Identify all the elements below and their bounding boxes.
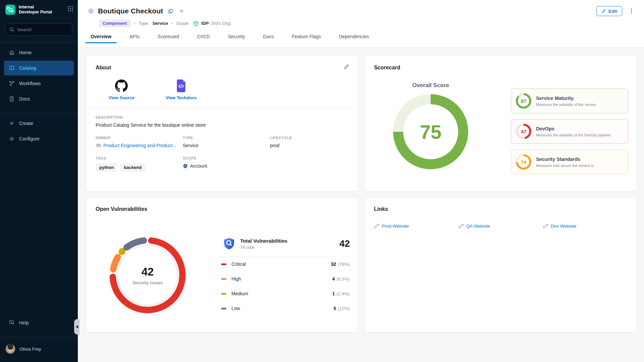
tab-dependencies[interactable]: Dependencies [338, 34, 370, 43]
view-source-link[interactable]: View Source [101, 79, 142, 100]
view-source-label: View Source [108, 95, 134, 100]
score-ring: 87 [516, 93, 531, 109]
type-label: Type : [139, 21, 150, 26]
severity-label: Medium [231, 291, 332, 296]
user-menu[interactable]: Olivia Frey [0, 340, 78, 359]
dot-separator [171, 23, 173, 24]
about-card: About View Source View Techdo [86, 56, 358, 192]
dot-separator [134, 23, 135, 24]
lifecycle-label: LIFECYCLE [270, 136, 348, 140]
severity-count: 4 [332, 276, 335, 282]
scorecard-item-security-standards[interactable]: 74 Security Standards Measures how secur… [511, 149, 628, 174]
link-chain-icon [459, 224, 464, 229]
more-options-icon[interactable] [631, 8, 632, 14]
links-card: Links Prod Website QA Website [364, 197, 637, 333]
sidebar: Internal Developer Portal Search Home Ca… [0, 0, 78, 362]
owner-label: OWNER [96, 136, 183, 140]
tab-security[interactable]: Security [227, 34, 246, 43]
tag-backend[interactable]: backend [120, 163, 145, 172]
medium-dash-icon [221, 293, 226, 295]
severity-percent: (76%) [338, 262, 350, 267]
sidebar-item-catalog[interactable]: Catalog [4, 61, 74, 75]
owner-link[interactable]: Product Engineering and Product... [96, 143, 183, 148]
scorecard-item-service-maturity[interactable]: 87 Service Maturity Measures the reliabi… [511, 88, 628, 113]
sidebar-item-label: Workflows [19, 81, 41, 86]
cube-icon [193, 20, 199, 26]
overall-score-value: 75 [393, 94, 468, 169]
app-logo[interactable] [5, 5, 15, 15]
tag-python[interactable]: python [96, 163, 117, 172]
sidebar-item-label: Docs [19, 96, 30, 102]
severity-count: 32 [331, 261, 336, 267]
vulnerabilities-donut: 42 Security Issues [107, 235, 188, 315]
link-prod-website[interactable]: Prod Website [374, 224, 459, 229]
tab-overview[interactable]: Overview [90, 34, 112, 43]
search-input[interactable]: Search [5, 23, 72, 36]
link-chain-icon [374, 224, 379, 229]
tab-docs[interactable]: Docs [262, 34, 274, 43]
workflow-icon [9, 80, 15, 86]
divider [0, 113, 78, 113]
apps-grid-icon[interactable] [67, 5, 74, 13]
type-field-label: TYPE [183, 136, 270, 140]
sidebar-item-docs[interactable]: Docs [4, 92, 74, 106]
scorecard-item-devops[interactable]: 47 DevOps Measures the reliability of th… [511, 119, 628, 144]
type-field-value: Service [183, 143, 270, 148]
user-name: Olivia Frey [19, 347, 41, 352]
score-item-desc: Measures the reliability of this service [536, 103, 596, 107]
tab-apis[interactable]: APIs [129, 34, 140, 43]
techdocs-icon [175, 79, 187, 92]
sidebar-item-home[interactable]: Home [4, 45, 74, 60]
tags-label: TAGS [96, 156, 183, 160]
score-item-name: DevOps [536, 126, 611, 131]
svg-text:?: ? [11, 321, 12, 323]
sidebar-item-workflows[interactable]: Workflows [4, 76, 74, 91]
tab-scorecard[interactable]: Scorecard [157, 34, 180, 43]
view-techdocs-label: View Techdocs [166, 95, 197, 100]
tab-feature-flags[interactable]: Feature Flags [291, 34, 321, 43]
scope-org: (Sid's Org) [210, 21, 231, 26]
search-placeholder: Search [17, 27, 32, 32]
account-shield-icon [183, 164, 188, 169]
link-label: Prod Website [382, 224, 409, 229]
sidebar-item-help[interactable]: ? Help [4, 315, 74, 330]
score-ring: 47 [516, 124, 531, 139]
total-vulnerabilities-title: Total Vulnerabilities [240, 238, 335, 244]
link-qa-website[interactable]: QA Website [459, 224, 543, 229]
severity-row-critical: Critical 32 (76%) [218, 257, 350, 272]
home-icon [9, 50, 15, 56]
scope-value: IDP [201, 21, 209, 26]
severity-count: 5 [333, 306, 336, 311]
edit-button[interactable]: Edit [596, 6, 622, 16]
sidebar-item-label: Catalog [19, 65, 36, 71]
severity-percent: (9.5%) [336, 277, 350, 282]
link-dev-website[interactable]: Dev Website [543, 224, 628, 229]
score-item-name: Security Standards [536, 157, 594, 162]
severity-row-medium: Medium 1 (2.4%) [218, 286, 350, 301]
copy-icon[interactable] [168, 8, 173, 14]
donut-total-value: 42 [142, 265, 154, 278]
entity-gear-icon [87, 7, 95, 15]
view-techdocs-link[interactable]: View Techdocs [161, 79, 202, 100]
sidebar-collapse-handle[interactable] [74, 319, 79, 335]
links-title: Links [365, 197, 637, 212]
description-label: DESCRIPTION [96, 115, 348, 119]
page-header: Boutique Checkout ★ Edit Component Type … [78, 0, 644, 48]
overall-score-label: Overall Score [393, 82, 468, 89]
severity-row-high: High 4 (9.5%) [218, 272, 350, 286]
critical-dash-icon [221, 263, 226, 265]
component-badge[interactable]: Component [99, 19, 130, 27]
main-content: About View Source View Techdo [78, 48, 644, 362]
score-item-desc: Measures how secure the service is [536, 164, 594, 168]
star-icon[interactable]: ★ [179, 7, 184, 15]
scope-label: Scope: [176, 21, 190, 26]
avatar [5, 344, 15, 354]
severity-percent: (2.4%) [336, 291, 350, 296]
about-edit-pencil-icon[interactable] [343, 64, 349, 71]
page-title: Boutique Checkout [98, 7, 163, 15]
donut-caption: Security Issues [132, 280, 163, 285]
sidebar-item-create[interactable]: Create [4, 116, 74, 131]
tab-cicd[interactable]: CI/CD [197, 34, 211, 43]
sidebar-item-configure[interactable]: Configure [4, 131, 74, 146]
help-chat-icon: ? [9, 320, 15, 326]
